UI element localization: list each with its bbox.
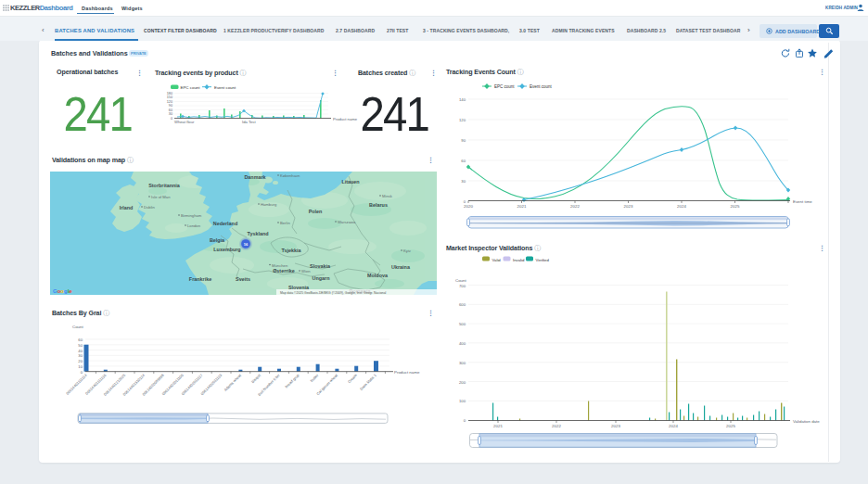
svg-text:60: 60 [78,338,83,342]
svg-text:Sveits: Sveits [236,276,250,282]
svg-text:Minsk: Minsk [382,194,393,198]
svg-text:Tsjekkia: Tsjekkia [282,248,302,253]
svg-text:16: 16 [244,242,249,247]
svg-text:120: 120 [459,118,466,122]
svg-text:2024: 2024 [669,424,678,428]
svg-text:Moldova: Moldova [367,273,389,278]
svg-text:0: 0 [464,418,466,423]
svg-text:Nederland: Nederland [213,221,237,226]
svg-text:40: 40 [78,349,83,353]
svg-text:Bisquit: Bisquit [250,373,262,385]
svg-text:0: 0 [171,117,172,121]
svg-text:Warszawa: Warszawa [338,220,356,224]
svg-text:Google: Google [53,288,72,294]
svg-text:Litauen: Litauen [341,179,359,185]
svg-text:Count: Count [72,325,83,329]
svg-text:30: 30 [169,112,172,116]
svg-text:100: 100 [459,399,466,403]
svg-text:Event time: Event time [793,199,812,204]
svg-text:200: 200 [459,380,466,385]
svg-text:700: 700 [459,284,466,288]
svg-text:Validation date: Validation date [793,419,820,424]
svg-text:Event count: Event count [214,85,236,90]
svg-text:Danmark: Danmark [244,174,265,180]
svg-text:Kyiv: Kyiv [403,248,412,253]
svg-text:Dwm Matis 1: Dwm Matis 1 [359,373,377,391]
svg-text:Isle of Man: Isle of Man [151,195,171,199]
svg-text:Luxemburg: Luxemburg [213,247,240,252]
svg-text:Irland: Irland [120,205,134,210]
svg-text:Verified: Verified [536,258,550,262]
svg-text:Tyskland: Tyskland [248,231,269,236]
svg-text:Belarus: Belarus [369,202,388,208]
svg-text:Berlin: Berlin [280,221,290,225]
svg-text:2023: 2023 [624,204,633,209]
svg-text:500: 500 [459,322,466,326]
svg-text:2021: 2021 [493,424,503,428]
svg-text:Count: Count [455,278,466,283]
svg-text:2021: 2021 [517,204,527,209]
svg-text:2022: 2022 [570,204,580,209]
svg-text:400: 400 [459,341,466,346]
svg-text:50: 50 [78,343,83,348]
svg-text:bread grup: bread grup [284,373,300,389]
svg-text:2023: 2023 [611,424,620,428]
svg-text:150: 150 [167,96,172,99]
svg-text:Storbritannia: Storbritannia [148,183,181,188]
svg-text:90: 90 [461,138,466,143]
svg-text:30: 30 [461,179,466,184]
svg-text:Cal garum wheat: Cal garum wheat [315,373,339,397]
svg-text:butter: butter [310,373,320,383]
svg-text:Birmingham: Birmingham [181,213,202,218]
svg-text:Østerrike: Østerrike [273,268,295,274]
svg-text:20: 20 [78,359,83,363]
svg-text:Product name: Product name [394,370,420,375]
svg-text:300: 300 [459,361,466,365]
svg-text:2020: 2020 [464,204,473,209]
svg-text:2025: 2025 [726,424,735,428]
svg-text:Ukraina: Ukraina [391,264,411,270]
svg-text:London: London [187,223,201,228]
svg-text:600: 600 [459,302,466,307]
svg-text:Cream: Cream [347,373,358,384]
svg-text:Ungarn: Ungarn [313,275,330,281]
svg-text:København: København [280,173,300,178]
svg-text:90: 90 [169,104,172,108]
svg-text:Belgia: Belgia [210,237,225,243]
svg-text:2022: 2022 [552,424,561,428]
svg-text:Dublin: Dublin [144,205,156,210]
svg-text:München: München [272,263,288,268]
svg-text:Hamburg: Hamburg [261,202,277,207]
svg-text:180: 180 [167,92,172,96]
svg-text:Slovakia: Slovakia [310,263,331,269]
svg-text:EPC count: EPC count [181,85,201,90]
svg-text:Adams wheat: Adams wheat [223,373,242,392]
svg-text:Event count: Event count [530,84,553,89]
svg-text:EPC count: EPC count [494,84,515,89]
svg-text:Invalid: Invalid [513,258,525,262]
svg-text:Wheat flour: Wheat flour [174,120,195,124]
svg-text:Wien: Wien [301,269,311,274]
svg-text:2025: 2025 [731,204,740,209]
svg-text:Frankrike: Frankrike [189,276,211,282]
svg-text:60: 60 [169,108,172,112]
svg-text:Ida Test: Ida Test [242,120,256,124]
svg-text:Polen: Polen [309,209,323,214]
svg-text:140: 140 [459,97,466,102]
svg-text:Valid: Valid [492,258,502,262]
svg-text:Map data ©2025 GeoBasis-DE/BKG: Map data ©2025 GeoBasis-DE/BKG (©2009), … [280,291,387,295]
svg-text:60: 60 [461,159,466,163]
svg-text:120: 120 [167,100,172,104]
svg-text:30: 30 [78,353,83,358]
svg-text:10: 10 [78,364,83,369]
svg-text:2024: 2024 [677,204,686,209]
